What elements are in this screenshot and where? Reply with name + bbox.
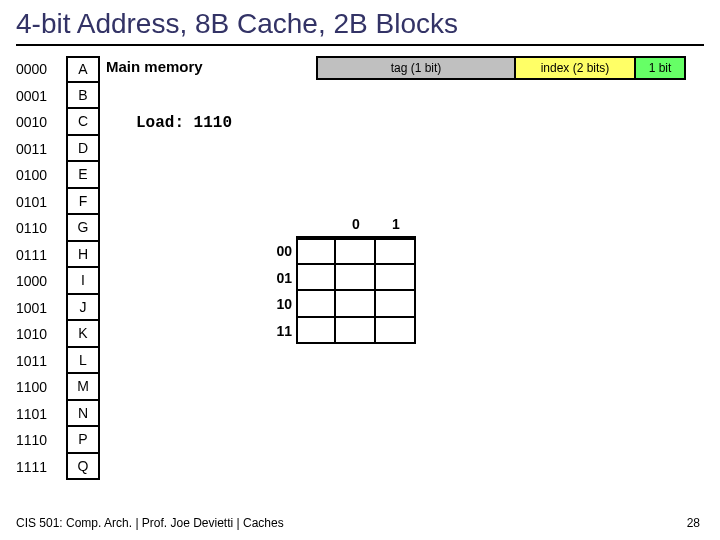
offset-segment: 1 bit [636, 56, 686, 80]
cache-row: 10 [266, 291, 416, 318]
memory-val: P [66, 427, 100, 454]
cache-cell [296, 265, 336, 292]
cache-table: 0 1 00 01 10 11 [266, 216, 416, 344]
cache-index: 10 [266, 291, 296, 318]
cache-cell [336, 291, 376, 318]
cache-cell [376, 238, 416, 265]
memory-val: L [66, 348, 100, 375]
memory-row: 0100E [16, 162, 100, 189]
cache-cell [336, 238, 376, 265]
cache-cell [296, 291, 336, 318]
cache-index: 00 [266, 238, 296, 265]
memory-row: 1001J [16, 295, 100, 322]
cache-tag-header [296, 216, 336, 238]
memory-val: Q [66, 454, 100, 481]
cache-cell [296, 238, 336, 265]
memory-row: 1110P [16, 427, 100, 454]
main-memory-label: Main memory [106, 58, 203, 75]
memory-val: M [66, 374, 100, 401]
index-segment: index (2 bits) [516, 56, 636, 80]
memory-addr: 0001 [16, 88, 62, 104]
memory-val: A [66, 56, 100, 83]
cache-cell [296, 318, 336, 345]
slide-title: 4-bit Address, 8B Cache, 2B Blocks [16, 8, 704, 46]
cache-cell [336, 265, 376, 292]
memory-addr: 1010 [16, 326, 62, 342]
cache-cell [336, 318, 376, 345]
memory-val: H [66, 242, 100, 269]
memory-val: B [66, 83, 100, 110]
slide-footer: CIS 501: Comp. Arch. | Prof. Joe Deviett… [16, 516, 284, 530]
memory-addr: 0010 [16, 114, 62, 130]
memory-addr: 1101 [16, 406, 62, 422]
slide-content: Main memory Load: 1110 tag (1 bit) index… [16, 56, 704, 496]
memory-addr: 1100 [16, 379, 62, 395]
cache-cell [376, 318, 416, 345]
memory-row: 1011L [16, 348, 100, 375]
cache-cell [376, 291, 416, 318]
cache-row: 11 [266, 318, 416, 345]
memory-row: 1010K [16, 321, 100, 348]
memory-addr: 0110 [16, 220, 62, 236]
memory-val: N [66, 401, 100, 428]
cache-row: 01 [266, 265, 416, 292]
cache-index: 11 [266, 318, 296, 345]
memory-row: 0111H [16, 242, 100, 269]
cache-col-1: 1 [376, 216, 416, 238]
main-memory-table: 0000A 0001B 0010C 0011D 0100E 0101F 0110… [16, 56, 100, 480]
memory-addr: 1110 [16, 432, 62, 448]
memory-row: 0110G [16, 215, 100, 242]
memory-row: 0101F [16, 189, 100, 216]
memory-addr: 0101 [16, 194, 62, 210]
memory-addr: 0111 [16, 247, 62, 263]
cache-cell [376, 265, 416, 292]
memory-row: 1000I [16, 268, 100, 295]
address-format-bar: tag (1 bit) index (2 bits) 1 bit [316, 56, 686, 80]
cache-col-0: 0 [336, 216, 376, 238]
memory-addr: 0100 [16, 167, 62, 183]
memory-addr: 0011 [16, 141, 62, 157]
memory-row: 0010C [16, 109, 100, 136]
memory-addr: 0000 [16, 61, 62, 77]
memory-row: 0011D [16, 136, 100, 163]
memory-val: E [66, 162, 100, 189]
memory-val: K [66, 321, 100, 348]
tag-segment: tag (1 bit) [316, 56, 516, 80]
memory-val: D [66, 136, 100, 163]
memory-row: 0000A [16, 56, 100, 83]
memory-row: 1100M [16, 374, 100, 401]
memory-addr: 1111 [16, 459, 62, 475]
memory-val: F [66, 189, 100, 216]
load-instruction: Load: 1110 [136, 114, 232, 132]
memory-addr: 1000 [16, 273, 62, 289]
memory-row: 1101N [16, 401, 100, 428]
memory-val: C [66, 109, 100, 136]
memory-val: J [66, 295, 100, 322]
cache-row: 00 [266, 238, 416, 265]
page-number: 28 [687, 516, 700, 530]
memory-row: 0001B [16, 83, 100, 110]
memory-val: I [66, 268, 100, 295]
memory-addr: 1011 [16, 353, 62, 369]
memory-val: G [66, 215, 100, 242]
memory-row: 1111Q [16, 454, 100, 481]
cache-index: 01 [266, 265, 296, 292]
memory-addr: 1001 [16, 300, 62, 316]
